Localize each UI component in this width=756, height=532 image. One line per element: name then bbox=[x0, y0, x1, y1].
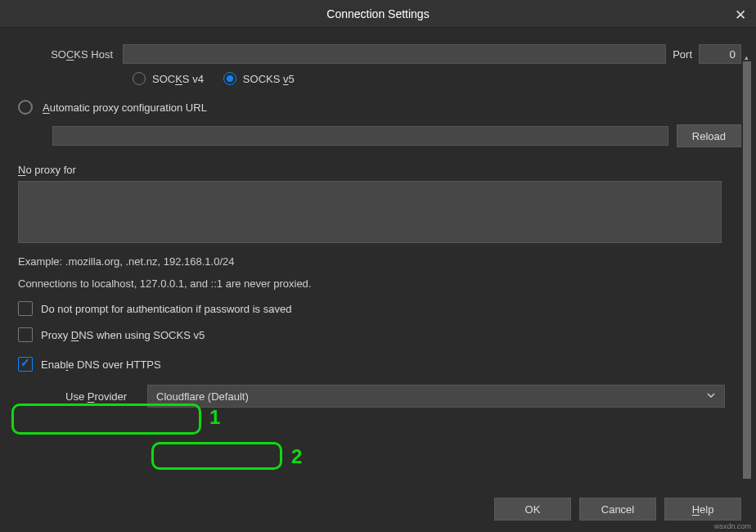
socks-port-input[interactable] bbox=[699, 44, 741, 64]
no-proxy-label: No proxy for bbox=[18, 164, 741, 176]
port-label: Port bbox=[673, 48, 692, 61]
provider-select[interactable]: Cloudflare (Default) bbox=[147, 385, 725, 408]
socks-host-input[interactable] bbox=[123, 44, 666, 64]
annotation-2: 2 bbox=[291, 445, 302, 468]
reload-button[interactable]: Reload bbox=[677, 124, 741, 147]
socks-v4-label: SOCKS v4 bbox=[152, 73, 204, 85]
auto-config-radio[interactable]: Automatic proxy configuration URL bbox=[18, 100, 741, 115]
noprompt-check-row[interactable]: Do not prompt for authentication if pass… bbox=[18, 301, 741, 316]
checkbox-icon bbox=[18, 357, 33, 372]
proxydns-label: Proxy DNS when using SOCKS v5 bbox=[41, 329, 205, 341]
checkbox-icon bbox=[18, 301, 33, 316]
radio-icon bbox=[133, 72, 146, 85]
help-button[interactable]: Help bbox=[664, 498, 741, 521]
socks-v5-label: SOCKS v5 bbox=[243, 73, 295, 85]
titlebar: Connection Settings ✕ bbox=[0, 0, 756, 28]
footer: OK Cancel Help bbox=[494, 498, 741, 521]
annotation-1: 1 bbox=[209, 406, 220, 429]
proxydns-check-row[interactable]: Proxy DNS when using SOCKS v5 bbox=[18, 327, 741, 342]
doh-check-row[interactable]: Enable DNS over HTTPS bbox=[18, 357, 741, 372]
no-proxy-example: Example: .mozilla.org, .net.nz, 192.168.… bbox=[18, 255, 741, 268]
auto-config-url-input[interactable] bbox=[52, 126, 668, 146]
cancel-button[interactable]: Cancel bbox=[579, 498, 656, 521]
socks-v5-radio[interactable]: SOCKS v5 bbox=[223, 72, 295, 85]
chevron-down-icon bbox=[706, 390, 716, 403]
scrollbar[interactable]: ▴ bbox=[743, 61, 751, 479]
radio-icon bbox=[223, 72, 236, 85]
checkbox-icon bbox=[18, 327, 33, 342]
provider-label: Use Provider bbox=[65, 390, 147, 403]
socks-v4-radio[interactable]: SOCKS v4 bbox=[133, 72, 204, 85]
socks-host-row: SOCKS Host Port bbox=[18, 44, 741, 64]
provider-value: Cloudflare (Default) bbox=[156, 390, 249, 403]
content: SOCKS Host Port SOCKS v4 SOCKS v5 Automa… bbox=[0, 28, 741, 483]
ok-button[interactable]: OK bbox=[494, 498, 571, 521]
no-proxy-textarea[interactable] bbox=[18, 181, 722, 243]
socks-version-row: SOCKS v4 SOCKS v5 bbox=[133, 72, 741, 85]
radio-icon bbox=[18, 100, 33, 115]
window-title: Connection Settings bbox=[326, 7, 429, 20]
scroll-up-icon: ▴ bbox=[745, 53, 749, 61]
auto-config-label: Automatic proxy configuration URL bbox=[43, 101, 207, 114]
auto-config-url-row: Reload bbox=[52, 124, 741, 147]
doh-label: Enable DNS over HTTPS bbox=[41, 358, 161, 371]
watermark: wsxdn.com bbox=[714, 522, 751, 530]
socks-host-label: SOCKS Host bbox=[18, 48, 123, 61]
noprompt-label: Do not prompt for authentication if pass… bbox=[41, 303, 291, 315]
close-icon[interactable]: ✕ bbox=[735, 7, 746, 24]
no-proxy-local-hint: Connections to localhost, 127.0.0.1, and… bbox=[18, 277, 741, 290]
provider-row: Use Provider Cloudflare (Default) bbox=[65, 385, 741, 408]
